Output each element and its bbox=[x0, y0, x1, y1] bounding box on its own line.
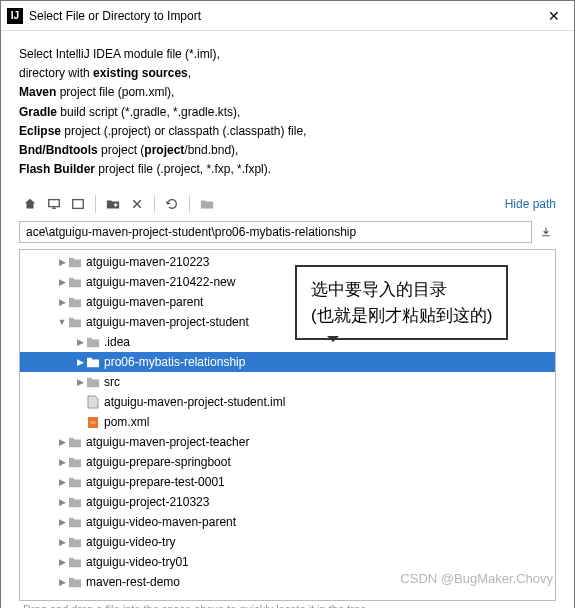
tree-label: atguigu-video-try01 bbox=[86, 555, 189, 569]
tree-label: maven-rest-demo bbox=[86, 575, 180, 589]
hint-text: Drag and drop a file into the space abov… bbox=[1, 601, 574, 608]
expand-arrow-icon[interactable]: ▶ bbox=[56, 497, 68, 507]
folder-icon bbox=[68, 496, 82, 508]
folder-icon bbox=[68, 316, 82, 328]
tree-label: atguigu-prepare-springboot bbox=[86, 455, 231, 469]
tree-node[interactable]: atguigu-maven-project-student.iml bbox=[20, 392, 555, 412]
tree-node[interactable]: ▶atguigu-video-try bbox=[20, 532, 555, 552]
tree-node-selected[interactable]: ▶pro06-mybatis-relationship bbox=[20, 352, 555, 372]
toolbar bbox=[19, 193, 505, 215]
tree-node[interactable]: ▶atguigu-prepare-test-0001 bbox=[20, 472, 555, 492]
history-icon[interactable] bbox=[536, 222, 556, 242]
text: project file (pom.xml), bbox=[56, 85, 174, 99]
path-row bbox=[1, 219, 574, 249]
folder-icon bbox=[86, 356, 100, 368]
folder-icon bbox=[68, 256, 82, 268]
expand-arrow-icon[interactable]: ▶ bbox=[56, 297, 68, 307]
text: /bnd.bnd), bbox=[184, 143, 238, 157]
tree-label: atguigu-maven-210223 bbox=[86, 255, 209, 269]
show-hidden-icon[interactable] bbox=[196, 193, 218, 215]
text: Select IntelliJ IDEA module file (*.iml)… bbox=[19, 47, 220, 61]
app-icon: IJ bbox=[7, 8, 23, 24]
tree-label: pom.xml bbox=[104, 415, 149, 429]
tree-node[interactable]: ▶atguigu-video-maven-parent bbox=[20, 512, 555, 532]
text: project (.project) or classpath (.classp… bbox=[61, 124, 306, 138]
text: directory with bbox=[19, 66, 93, 80]
tree-label: pro06-mybatis-relationship bbox=[104, 355, 245, 369]
annotation-line: (也就是刚才粘贴到这的) bbox=[311, 303, 492, 329]
tree-node[interactable]: ▶src bbox=[20, 372, 555, 392]
tree-label: atguigu-prepare-test-0001 bbox=[86, 475, 225, 489]
folder-icon bbox=[86, 336, 100, 348]
desktop-icon[interactable] bbox=[43, 193, 65, 215]
expand-arrow-icon[interactable]: ▶ bbox=[56, 537, 68, 547]
expand-arrow-icon[interactable]: ▼ bbox=[56, 317, 68, 327]
folder-icon bbox=[68, 436, 82, 448]
text: , bbox=[188, 66, 191, 80]
expand-arrow-icon[interactable]: ▶ bbox=[56, 577, 68, 587]
expand-arrow-icon[interactable]: ▶ bbox=[56, 517, 68, 527]
text: Eclipse bbox=[19, 124, 61, 138]
annotation-line: 选中要导入的目录 bbox=[311, 277, 492, 303]
dialog-title: Select File or Directory to Import bbox=[29, 9, 534, 23]
tree-label: src bbox=[104, 375, 120, 389]
svg-rect-0 bbox=[49, 200, 60, 207]
tree-node[interactable]: ▶maven-rest-demo bbox=[20, 572, 555, 592]
path-input[interactable] bbox=[19, 221, 532, 243]
folder-icon bbox=[68, 556, 82, 568]
folder-icon bbox=[68, 276, 82, 288]
refresh-icon[interactable] bbox=[161, 193, 183, 215]
svg-rect-1 bbox=[73, 200, 84, 209]
separator bbox=[154, 195, 155, 213]
expand-arrow-icon[interactable]: ▶ bbox=[74, 377, 86, 387]
folder-icon bbox=[68, 576, 82, 588]
project-icon[interactable] bbox=[67, 193, 89, 215]
folder-icon bbox=[86, 376, 100, 388]
text: existing sources bbox=[93, 66, 188, 80]
text: build script (*.gradle, *.gradle.kts), bbox=[57, 105, 240, 119]
toolbar-row: Hide path bbox=[1, 189, 574, 219]
folder-icon bbox=[68, 516, 82, 528]
file-icon: ◦◦ bbox=[86, 415, 100, 429]
text: Gradle bbox=[19, 105, 57, 119]
close-button[interactable]: ✕ bbox=[534, 1, 574, 30]
expand-arrow-icon[interactable]: ▶ bbox=[56, 257, 68, 267]
folder-icon bbox=[68, 476, 82, 488]
tree-label: atguigu-maven-project-student bbox=[86, 315, 249, 329]
separator bbox=[95, 195, 96, 213]
expand-arrow-icon[interactable]: ▶ bbox=[56, 477, 68, 487]
separator bbox=[189, 195, 190, 213]
text: Flash Builder bbox=[19, 162, 95, 176]
expand-arrow-icon[interactable]: ▶ bbox=[56, 457, 68, 467]
delete-icon[interactable] bbox=[126, 193, 148, 215]
file-icon bbox=[86, 395, 100, 409]
tree-label: atguigu-maven-210422-new bbox=[86, 275, 235, 289]
annotation-callout: 选中要导入的目录 (也就是刚才粘贴到这的) bbox=[295, 265, 508, 340]
hide-path-link[interactable]: Hide path bbox=[505, 197, 556, 211]
text: project file (.project, *.fxp, *.fxpl). bbox=[95, 162, 271, 176]
expand-arrow-icon[interactable]: ▶ bbox=[56, 277, 68, 287]
tree-node[interactable]: ▶atguigu-project-210323 bbox=[20, 492, 555, 512]
tree-node[interactable]: ▶atguigu-maven-project-teacher bbox=[20, 432, 555, 452]
expand-arrow-icon[interactable]: ▶ bbox=[74, 337, 86, 347]
expand-arrow-icon[interactable]: ▶ bbox=[56, 557, 68, 567]
tree-label: atguigu-maven-project-teacher bbox=[86, 435, 249, 449]
folder-icon bbox=[68, 456, 82, 468]
text: project ( bbox=[98, 143, 145, 157]
text: Maven bbox=[19, 85, 56, 99]
tree-node[interactable]: ◦◦pom.xml bbox=[20, 412, 555, 432]
titlebar: IJ Select File or Directory to Import ✕ bbox=[1, 1, 574, 31]
tree-node[interactable]: ▶atguigu-video-try01 bbox=[20, 552, 555, 572]
folder-icon bbox=[68, 536, 82, 548]
folder-icon bbox=[68, 296, 82, 308]
tree-label: atguigu-video-maven-parent bbox=[86, 515, 236, 529]
tree-label: atguigu-video-try bbox=[86, 535, 175, 549]
tree-node[interactable]: ▶atguigu-prepare-springboot bbox=[20, 452, 555, 472]
home-icon[interactable] bbox=[19, 193, 41, 215]
expand-arrow-icon[interactable]: ▶ bbox=[74, 357, 86, 367]
expand-arrow-icon[interactable]: ▶ bbox=[56, 437, 68, 447]
tree-label: .idea bbox=[104, 335, 130, 349]
text: project bbox=[144, 143, 184, 157]
new-folder-icon[interactable] bbox=[102, 193, 124, 215]
tree-label: atguigu-project-210323 bbox=[86, 495, 209, 509]
